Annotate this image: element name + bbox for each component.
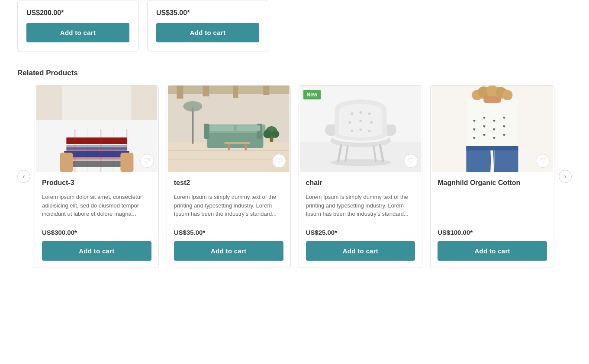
svg-rect-25 — [263, 86, 269, 95]
svg-rect-16 — [60, 153, 73, 172]
top-card-1-add-to-cart-button[interactable]: Add to cart — [26, 23, 129, 42]
magnhild-price: US$100.00* — [438, 229, 547, 236]
svg-point-46 — [351, 112, 353, 115]
product-3-info: Product-3 Lorem ipsum dolor sit amet, co… — [35, 172, 158, 223]
svg-point-50 — [359, 120, 362, 122]
svg-rect-35 — [192, 107, 193, 144]
svg-rect-83 — [484, 96, 501, 103]
svg-text:♥: ♥ — [503, 132, 506, 137]
svg-rect-30 — [210, 125, 234, 131]
magnhild-footer: US$100.00* Add to cart — [431, 223, 554, 268]
svg-rect-31 — [236, 125, 260, 131]
products-grid: ♡ Product-3 Lorem ipsum dolor sit amet, … — [35, 85, 554, 268]
svg-rect-28 — [204, 124, 209, 139]
svg-text:♥: ♥ — [473, 127, 476, 132]
product-card-product-3: ♡ Product-3 Lorem ipsum dolor sit amet, … — [35, 85, 159, 268]
related-products-section: Related Products ‹ — [17, 69, 572, 268]
svg-rect-22 — [177, 86, 183, 99]
product-3-name: Product-3 — [42, 179, 151, 187]
svg-point-53 — [359, 128, 362, 131]
magnhild-description — [438, 193, 547, 218]
chair-image-wrapper: New ♡ — [299, 86, 422, 172]
chevron-left-icon: ‹ — [23, 172, 25, 180]
magnhild-name: Magnhild Organic Cotton — [438, 179, 547, 187]
test2-description: Lorem Ipsum is simply dummy text of the … — [174, 193, 283, 218]
top-cards: US$200.00* Add to cart US$35.00* Add to … — [17, 0, 572, 64]
svg-point-54 — [368, 130, 370, 132]
svg-rect-26 — [207, 131, 263, 148]
svg-rect-33 — [228, 144, 230, 150]
product-3-add-to-cart-button[interactable]: Add to cart — [42, 241, 151, 261]
top-card-2-add-to-cart-button[interactable]: Add to cart — [156, 23, 259, 42]
svg-text:♥: ♥ — [473, 118, 476, 123]
chair-price: US$25.00* — [306, 229, 415, 236]
top-card-1-price: US$200.00* — [26, 9, 129, 17]
svg-text:♥: ♥ — [493, 127, 496, 132]
svg-point-82 — [502, 90, 513, 100]
svg-rect-75 — [467, 146, 518, 150]
chair-name: chair — [306, 179, 415, 187]
magnhild-wishlist-button[interactable]: ♡ — [536, 154, 550, 168]
svg-point-51 — [370, 121, 373, 124]
svg-point-49 — [348, 121, 351, 124]
chair-info: chair Lorem Ipsum is simply dummy text o… — [299, 172, 422, 223]
product-card-test2: ♡ test2 Lorem Ipsum is simply dummy text… — [167, 85, 291, 268]
svg-rect-4 — [66, 145, 127, 147]
carousel-arrow-left[interactable]: ‹ — [17, 170, 30, 183]
svg-rect-6 — [66, 150, 127, 151]
svg-rect-17 — [120, 153, 133, 172]
svg-text:♥: ♥ — [483, 124, 486, 129]
svg-rect-3 — [66, 137, 127, 144]
svg-rect-24 — [233, 86, 238, 98]
test2-footer: US$35.00* Add to cart — [167, 223, 290, 268]
test2-image-wrapper: ♡ — [167, 86, 290, 172]
svg-text:♥: ♥ — [483, 115, 486, 120]
magnhild-image-wrapper: ♥ ♥ ♥ ♥ ♥ ♥ ♥ ♥ ♥ ♥ ♥ ♥ — [431, 86, 554, 172]
magnhild-info: Magnhild Organic Cotton — [431, 172, 554, 223]
svg-point-47 — [359, 111, 362, 114]
magnhild-image: ♥ ♥ ♥ ♥ ♥ ♥ ♥ ♥ ♥ ♥ ♥ ♥ — [431, 86, 554, 172]
product-3-image-wrapper: ♡ — [35, 86, 158, 172]
svg-rect-23 — [203, 86, 209, 96]
product-card-chair: New ♡ chair Lorem Ipsum is simply dummy … — [299, 85, 423, 268]
svg-point-48 — [368, 112, 370, 115]
svg-rect-9 — [64, 160, 129, 161]
svg-point-52 — [351, 130, 353, 132]
test2-name: test2 — [174, 179, 283, 187]
product-3-price: US$300.00* — [42, 229, 151, 236]
svg-rect-8 — [64, 157, 129, 160]
test2-price: US$35.00* — [174, 229, 283, 236]
svg-text:♥: ♥ — [483, 132, 486, 137]
svg-text:♥: ♥ — [503, 115, 506, 120]
svg-text:♥: ♥ — [503, 124, 506, 129]
chair-add-to-cart-button[interactable]: Add to cart — [306, 241, 415, 261]
top-card-1: US$200.00* Add to cart — [17, 0, 138, 51]
svg-point-39 — [263, 130, 272, 138]
chair-wishlist-button[interactable]: ♡ — [404, 154, 418, 168]
svg-text:♥: ♥ — [473, 135, 476, 140]
svg-rect-7 — [64, 151, 129, 157]
svg-text:♥: ♥ — [493, 135, 496, 140]
test2-wishlist-button[interactable]: ♡ — [272, 154, 286, 168]
carousel-arrow-right[interactable]: › — [559, 170, 572, 183]
chair-description: Lorem Ipsum is simply dummy text of the … — [306, 193, 415, 218]
top-card-2: US$35.00* Add to cart — [147, 0, 268, 51]
related-products-title: Related Products — [17, 69, 572, 77]
svg-rect-21 — [168, 86, 289, 94]
svg-text:♥: ♥ — [493, 118, 496, 123]
test2-info: test2 Lorem Ipsum is simply dummy text o… — [167, 172, 290, 223]
svg-rect-32 — [224, 142, 250, 144]
svg-rect-5 — [66, 147, 127, 150]
chair-new-badge: New — [303, 90, 321, 99]
svg-point-40 — [271, 130, 279, 138]
product-3-wishlist-button[interactable]: ♡ — [140, 154, 154, 168]
chevron-right-icon: › — [564, 172, 566, 180]
page-wrapper: US$200.00* Add to cart US$35.00* Add to … — [0, 0, 589, 364]
svg-point-36 — [183, 101, 202, 112]
magnhild-add-to-cart-button[interactable]: Add to cart — [438, 241, 547, 261]
product-3-footer: US$300.00* Add to cart — [35, 223, 158, 268]
test2-add-to-cart-button[interactable]: Add to cart — [174, 241, 283, 261]
svg-rect-34 — [245, 144, 247, 150]
chair-footer: US$25.00* Add to cart — [299, 223, 422, 268]
product-card-magnhild: ♥ ♥ ♥ ♥ ♥ ♥ ♥ ♥ ♥ ♥ ♥ ♥ — [430, 85, 554, 268]
